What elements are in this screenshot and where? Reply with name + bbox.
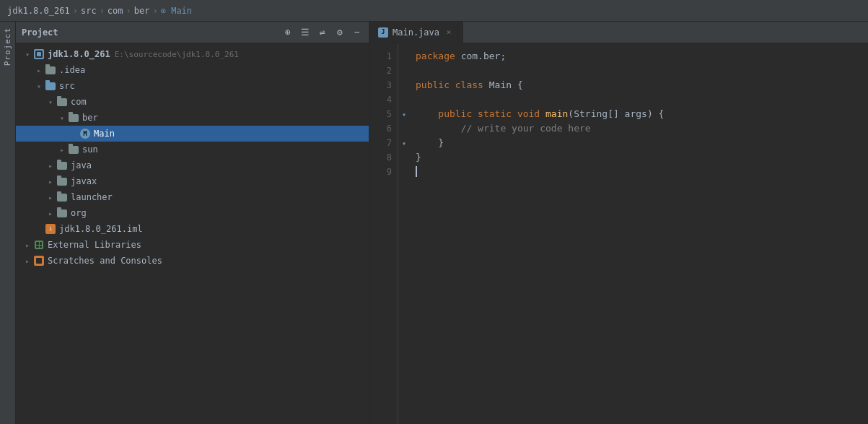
line-num-4: 4 bbox=[387, 92, 392, 107]
tree-item-org[interactable]: org bbox=[16, 205, 369, 221]
code-line-5: public static void main(String[] args) { bbox=[416, 107, 868, 121]
breadcrumb-sep1: › bbox=[73, 6, 78, 16]
code-editor: J Main.java × 1 2 3 4 5 6 7 8 9 bbox=[369, 22, 868, 424]
breadcrumb-com[interactable]: com bbox=[108, 6, 123, 16]
tree-item-extlib[interactable]: External Libraries bbox=[16, 237, 369, 253]
minus-icon[interactable]: − bbox=[351, 27, 363, 38]
code-content[interactable]: package com.ber; public class Main { pub… bbox=[410, 43, 868, 424]
tree-item-src[interactable]: src bbox=[16, 78, 369, 94]
code-line-3: public class Main { bbox=[416, 78, 868, 92]
tree-label-idea: .idea bbox=[59, 65, 85, 75]
code-line-7: } bbox=[416, 136, 868, 150]
tab-close-icon[interactable]: × bbox=[444, 27, 454, 38]
tab-label-main: Main.java bbox=[393, 27, 439, 38]
folder-icon-idea bbox=[45, 64, 56, 76]
editor-tabs: J Main.java × bbox=[369, 22, 868, 43]
breadcrumb-main[interactable]: ⊙ Main bbox=[161, 6, 192, 16]
tree-item-ber[interactable]: ber bbox=[16, 110, 369, 126]
expand-extlib bbox=[22, 239, 33, 251]
tree-label-org: org bbox=[71, 208, 87, 218]
project-tree: jdk1.8.0_261 E:\sourcecode\jdk1.8.0_261 … bbox=[16, 43, 369, 424]
gear-icon[interactable]: ⚙ bbox=[334, 27, 346, 38]
tree-item-iml[interactable]: i jdk1.8.0_261.iml bbox=[16, 221, 369, 237]
tree-item-sun[interactable]: sun bbox=[16, 142, 369, 157]
code-line-6: // write your code here bbox=[416, 121, 868, 136]
fold-6 bbox=[399, 121, 409, 136]
folder-icon-sun bbox=[68, 144, 79, 155]
folder-icon-java bbox=[56, 160, 68, 171]
expand-root bbox=[22, 48, 33, 60]
code-line-4 bbox=[416, 92, 868, 107]
breadcrumb-ber[interactable]: ber bbox=[134, 6, 150, 16]
tree-label-com: com bbox=[71, 97, 87, 107]
split-icon[interactable]: ⇌ bbox=[317, 27, 328, 38]
tree-item-main[interactable]: Main bbox=[16, 126, 369, 142]
editor-tab-main[interactable]: J Main.java × bbox=[369, 22, 463, 43]
folder-icon-ber bbox=[68, 112, 79, 124]
tree-item-root[interactable]: jdk1.8.0_261 E:\sourcecode\jdk1.8.0_261 bbox=[16, 46, 369, 62]
breadcrumb-src[interactable]: src bbox=[81, 6, 97, 16]
scratch-icon bbox=[33, 255, 45, 267]
line-num-6: 6 bbox=[387, 121, 392, 136]
tree-label-scratch: Scratches and Consoles bbox=[48, 256, 162, 266]
project-toolbar: Project ⊕ ☰ ⇌ ⚙ − bbox=[16, 22, 369, 43]
line-num-2: 2 bbox=[387, 64, 392, 78]
tree-item-launcher[interactable]: launcher bbox=[16, 189, 369, 205]
fold-3 bbox=[399, 78, 409, 92]
fold-5[interactable] bbox=[399, 107, 409, 121]
expand-iml bbox=[33, 223, 45, 235]
folder-icon-root bbox=[33, 48, 45, 60]
folder-icon-src bbox=[45, 80, 56, 92]
title-bar: jdk1.8.0_261 › src › com › ber › ⊙ Main bbox=[0, 0, 868, 22]
tree-item-javax[interactable]: javax bbox=[16, 173, 369, 189]
tree-label-ber: ber bbox=[82, 113, 98, 123]
fold-4 bbox=[399, 92, 409, 107]
line-num-8: 8 bbox=[387, 150, 392, 165]
tree-label-path: E:\sourcecode\jdk1.8.0_261 bbox=[115, 50, 239, 59]
folder-icon-com bbox=[56, 96, 68, 108]
tree-item-com[interactable]: com bbox=[16, 94, 369, 110]
align-icon[interactable]: ☰ bbox=[299, 27, 311, 38]
tree-label-main: Main bbox=[94, 129, 115, 139]
extlib-icon bbox=[33, 239, 45, 251]
code-line-9 bbox=[416, 165, 868, 179]
code-line-1: package com.ber; bbox=[416, 49, 868, 64]
code-line-8: } bbox=[416, 150, 868, 165]
project-sidebar: Project bbox=[0, 22, 16, 424]
folder-icon-javax bbox=[56, 176, 68, 187]
tree-label-sun: sun bbox=[82, 144, 98, 155]
fold-9 bbox=[399, 165, 409, 179]
fold-7[interactable] bbox=[399, 136, 409, 150]
tree-label-java: java bbox=[71, 160, 92, 170]
folder-icon-launcher bbox=[56, 191, 68, 203]
line-numbers: 1 2 3 4 5 6 7 8 9 bbox=[369, 43, 398, 424]
fold-8 bbox=[399, 150, 409, 165]
line-num-9: 9 bbox=[387, 165, 392, 179]
code-line-2 bbox=[416, 64, 868, 78]
expand-javax bbox=[45, 176, 56, 187]
tree-label-src: src bbox=[59, 81, 75, 91]
tab-file-icon: J bbox=[378, 27, 388, 38]
fold-gutter bbox=[398, 43, 410, 424]
expand-ber bbox=[56, 112, 68, 124]
tree-item-idea[interactable]: .idea bbox=[16, 62, 369, 78]
main-layout: Project Project ⊕ ☰ ⇌ ⚙ − bbox=[0, 22, 868, 424]
tree-label-javax: javax bbox=[71, 176, 97, 186]
expand-scratch bbox=[22, 255, 33, 267]
tree-item-scratch[interactable]: Scratches and Consoles bbox=[16, 253, 369, 269]
globe-icon[interactable]: ⊕ bbox=[282, 27, 294, 38]
breadcrumb-jdk[interactable]: jdk1.8.0_261 bbox=[7, 6, 70, 16]
class-icon-main bbox=[79, 128, 91, 139]
expand-java bbox=[45, 160, 56, 171]
expand-sun bbox=[56, 144, 68, 155]
line-num-5: 5 bbox=[387, 107, 392, 121]
tree-item-java[interactable]: java bbox=[16, 157, 369, 173]
fold-2 bbox=[399, 64, 409, 78]
folder-icon-org bbox=[56, 207, 68, 219]
breadcrumb-sep2: › bbox=[100, 6, 105, 16]
line-num-3: 3 bbox=[387, 78, 392, 92]
toolbar-title: Project bbox=[22, 27, 276, 38]
expand-main bbox=[68, 128, 79, 139]
project-tab-label[interactable]: Project bbox=[3, 22, 12, 72]
tree-label-extlib: External Libraries bbox=[48, 240, 141, 250]
